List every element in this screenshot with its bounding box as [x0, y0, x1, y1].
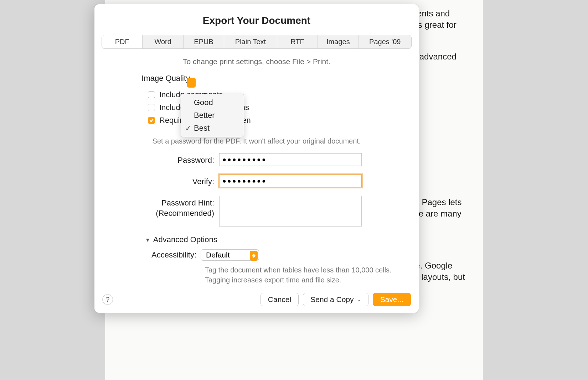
- format-tabs: PDF Word EPUB Plain Text RTF Images Page…: [102, 35, 412, 49]
- tab-rtf[interactable]: RTF: [277, 35, 318, 48]
- verify-field[interactable]: [219, 175, 362, 187]
- send-a-copy-button[interactable]: Send a Copy ⌄: [303, 293, 368, 306]
- dialog-body: To change print settings, choose File > …: [94, 57, 419, 286]
- verify-label: Verify:: [105, 175, 219, 187]
- password-section-hint: Set a password for the PDF. It won't aff…: [105, 137, 408, 145]
- dialog-title: Export Your Document: [94, 4, 419, 35]
- tab-pages-09[interactable]: Pages '09: [359, 35, 411, 48]
- save-button[interactable]: Save...: [373, 293, 411, 306]
- cancel-button[interactable]: Cancel: [261, 293, 299, 306]
- advanced-options-label: Advanced Options: [153, 235, 217, 244]
- help-button[interactable]: ?: [102, 294, 113, 305]
- tab-word[interactable]: Word: [143, 35, 183, 48]
- password-hint-label: Password Hint: (Recommended): [105, 196, 219, 218]
- image-quality-dropdown: Good Better ✓ Best: [181, 94, 244, 137]
- tab-plain-text[interactable]: Plain Text: [224, 35, 277, 48]
- chevron-down-icon: ⌄: [357, 297, 361, 302]
- send-a-copy-label: Send a Copy: [310, 295, 354, 304]
- chevron-down-icon: ▼: [145, 237, 150, 243]
- tab-epub[interactable]: EPUB: [184, 35, 224, 48]
- tab-images[interactable]: Images: [318, 35, 359, 48]
- password-label: Password:: [105, 153, 219, 166]
- advanced-options-toggle[interactable]: ▼ Advanced Options: [145, 235, 408, 244]
- print-hint: To change print settings, choose File > …: [105, 57, 408, 66]
- dropdown-option-best[interactable]: ✓ Best: [181, 122, 244, 135]
- accessibility-note: Tag the document when tables have less t…: [205, 265, 408, 285]
- dialog-footer: ? Cancel Send a Copy ⌄ Save...: [94, 286, 419, 313]
- tab-pdf[interactable]: PDF: [102, 35, 143, 48]
- checkbox-unchecked-icon[interactable]: [148, 91, 155, 98]
- dropdown-option-good[interactable]: Good: [181, 96, 244, 109]
- dropdown-option-label: Best: [194, 124, 210, 132]
- accessibility-label: Accessibility:: [105, 250, 201, 260]
- accessibility-value: Default: [206, 251, 230, 259]
- dropdown-option-better[interactable]: Better: [181, 109, 244, 122]
- svg-marker-1: [252, 256, 256, 258]
- checkmark-icon: ✓: [185, 124, 191, 132]
- accessibility-select[interactable]: Default: [201, 249, 259, 261]
- export-dialog: Export Your Document PDF Word EPUB Plain…: [94, 4, 419, 313]
- checkbox-unchecked-icon[interactable]: [148, 104, 155, 111]
- image-quality-label: Image Quality: [105, 74, 194, 83]
- stepper-icon: [187, 78, 196, 88]
- checkbox-checked-icon[interactable]: [148, 117, 155, 124]
- password-field[interactable]: [219, 153, 362, 166]
- stepper-icon: [250, 251, 258, 261]
- password-hint-field[interactable]: [219, 196, 362, 227]
